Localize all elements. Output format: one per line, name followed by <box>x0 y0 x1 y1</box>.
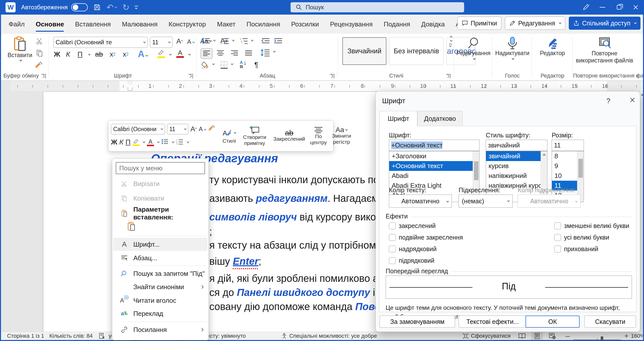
mini-bullets-button[interactable] <box>161 139 169 146</box>
mini-highlight-options-icon[interactable] <box>143 140 145 143</box>
restore-button[interactable] <box>611 0 627 15</box>
tab-mailings[interactable]: Розсилки <box>289 15 321 34</box>
styles-gallery-expand-icon[interactable] <box>449 44 452 47</box>
menu-item-paragraph[interactable]: ¶ Абзац... <box>113 251 208 264</box>
undo-button[interactable]: ↶ <box>106 2 117 12</box>
justify-button[interactable] <box>245 50 252 57</box>
font-name-combo[interactable]: Calibri (Основний те <box>53 37 148 48</box>
tab-references[interactable]: Посилання <box>244 15 283 34</box>
menu-item-translate[interactable]: аѣ Переклад <box>113 307 208 320</box>
mini-change-case-button[interactable]: Aa Змінити регістр <box>329 121 353 151</box>
mini-font-color-button[interactable]: А <box>147 138 154 146</box>
subscript-button[interactable]: x2 <box>110 50 115 58</box>
decrease-indent-button[interactable] <box>261 37 270 45</box>
ok-button[interactable]: ОК <box>526 316 580 328</box>
mini-new-comment-button[interactable]: Створити примітку <box>240 121 269 151</box>
mini-align-center-button[interactable]: По центру <box>308 121 330 151</box>
tab-review[interactable]: Рецензування <box>328 15 375 34</box>
style-normal[interactable]: Звичайний <box>342 37 386 65</box>
mini-underline-button[interactable]: П <box>126 138 131 146</box>
font-list-item[interactable]: +Заголовки <box>389 151 479 161</box>
save-icon[interactable] <box>93 4 101 11</box>
font-list-item[interactable]: Abadi <box>389 171 479 181</box>
font-style-input[interactable]: звичайний <box>486 140 547 151</box>
highlight-options-icon[interactable] <box>169 53 172 56</box>
highlight-color-button[interactable] <box>157 49 165 58</box>
tab-home[interactable]: Основне <box>33 15 66 34</box>
mini-numbering-options-icon[interactable] <box>187 140 189 143</box>
line-spacing-button[interactable] <box>260 49 270 57</box>
shading-options-icon[interactable] <box>212 63 215 65</box>
checkbox-strikethrough[interactable]: закреслений <box>389 222 436 230</box>
font-size-input[interactable]: 11 <box>552 140 584 151</box>
checkbox-small-caps[interactable]: зменшені великі букви <box>554 222 629 230</box>
format-painter-icon[interactable] <box>35 61 43 71</box>
line-spacing-options-icon[interactable] <box>273 50 276 53</box>
style-list-item[interactable]: напівжирний <box>486 171 547 181</box>
grow-font-button[interactable]: A^ <box>176 37 183 45</box>
align-left-button[interactable] <box>200 48 213 59</box>
checkbox-subscript[interactable]: підрядковий <box>389 257 434 264</box>
view-print-layout[interactable] <box>531 332 543 340</box>
menu-item-font[interactable]: A Шрифт... <box>113 238 208 251</box>
mini-font-size-combo[interactable]: 11 <box>167 124 188 134</box>
superscript-button[interactable]: x2 <box>123 50 129 58</box>
mini-grow-font-button[interactable]: A^ <box>190 125 197 133</box>
mini-highlight-button[interactable] <box>133 138 140 146</box>
size-list-scrollbar[interactable] <box>577 151 584 202</box>
zoom-level[interactable]: 160% <box>631 332 644 340</box>
tab-insert[interactable]: Вставлення <box>72 15 113 34</box>
multilevel-list-button[interactable]: 1ai <box>240 37 248 45</box>
pilcrow-button[interactable]: ¶ <box>254 60 258 69</box>
shading-button[interactable] <box>202 61 210 70</box>
mini-bold-button[interactable]: Ж <box>111 138 117 146</box>
tab-view[interactable]: Подання <box>381 15 413 34</box>
zoom-in-button[interactable]: + <box>624 332 628 340</box>
dialog-tab-font[interactable]: Шрифт <box>380 111 417 126</box>
strikethrough-button[interactable]: ab <box>95 50 103 58</box>
style-list-item[interactable]: курсив <box>486 161 547 171</box>
autosave-toggle[interactable] <box>71 3 88 11</box>
close-button[interactable] <box>627 0 644 15</box>
mini-numbering-button[interactable]: 123 <box>176 139 184 146</box>
styles-dialog-launcher[interactable] <box>446 74 451 79</box>
view-web-layout[interactable] <box>546 332 558 340</box>
qat-customize-icon[interactable] <box>135 6 138 9</box>
view-read-mode[interactable] <box>516 332 528 340</box>
mini-strikethrough-button[interactable]: ab Закреслений <box>271 121 307 151</box>
mini-italic-button[interactable]: К <box>119 138 124 146</box>
editing-menu-button[interactable]: Редагування <box>457 37 490 59</box>
editing-mode-button[interactable]: Редагування <box>505 17 565 30</box>
word-logo[interactable]: W <box>6 2 16 12</box>
styles-gallery-up-icon[interactable] <box>450 36 453 39</box>
zoom-out-button[interactable]: – <box>566 332 570 340</box>
mini-format-painter-icon[interactable] <box>208 125 216 133</box>
checkbox-hidden[interactable]: прихований <box>554 245 598 253</box>
cut-icon[interactable] <box>36 37 43 46</box>
styles-gallery-down-icon[interactable] <box>450 39 453 42</box>
checkbox-all-caps[interactable]: усі великі букви <box>554 234 609 241</box>
status-page[interactable]: Сторінка 1 із 1 <box>7 332 44 340</box>
style-list-scrollbar[interactable] <box>541 151 547 202</box>
increase-indent-button[interactable] <box>274 37 283 45</box>
comments-button[interactable]: Примітки <box>457 17 501 30</box>
font-list-item-selected[interactable]: +Основний текст <box>389 161 479 171</box>
mini-styles-button[interactable]: A Стилі <box>220 121 238 151</box>
tab-draw[interactable]: Малювання <box>119 15 160 34</box>
editor-button[interactable]: Редактор <box>535 37 570 57</box>
status-accessibility[interactable]: Спеціальні можливості: усе добре <box>281 332 377 340</box>
underline-button[interactable]: П <box>77 50 83 58</box>
ink-pen-icon[interactable] <box>578 0 594 15</box>
bullets-button[interactable] <box>202 37 211 45</box>
font-color-button[interactable]: А <box>176 49 184 58</box>
minimize-button[interactable] <box>594 0 611 15</box>
text-effects-button[interactable]: Текстові ефекти... <box>459 316 527 328</box>
font-color-options-icon[interactable] <box>188 53 191 56</box>
checkbox-double-strikethrough[interactable]: подвійне закреслення <box>389 234 463 241</box>
search-input[interactable]: Пошук <box>291 2 464 12</box>
reuse-files-button[interactable]: Повторне використання файлів <box>576 37 633 64</box>
numbering-options-icon[interactable] <box>232 39 235 42</box>
dialog-help-button[interactable]: ? <box>606 97 610 105</box>
cancel-button[interactable]: Скасувати <box>584 316 636 328</box>
shrink-font-button[interactable]: A <box>187 38 194 45</box>
